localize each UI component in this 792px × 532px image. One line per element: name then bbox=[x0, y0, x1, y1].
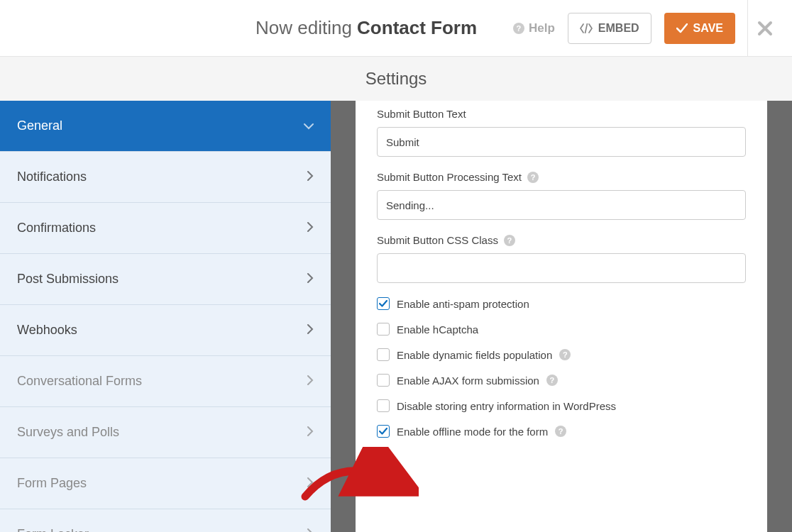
chevron-right-icon bbox=[307, 323, 314, 338]
embed-button[interactable]: EMBED bbox=[568, 13, 651, 44]
help-icon: ? bbox=[513, 23, 524, 34]
help-icon[interactable]: ? bbox=[527, 172, 539, 183]
field-processing-text: Submit Button Processing Text ? bbox=[377, 171, 746, 220]
css-class-label: Submit Button CSS Class ? bbox=[377, 234, 746, 246]
checkbox[interactable] bbox=[377, 425, 390, 438]
checkbox-label: Enable offline mode for the form bbox=[397, 426, 548, 438]
sidebar-item-label: Confirmations bbox=[17, 221, 96, 235]
checkbox-label: Enable AJAX form submission bbox=[397, 375, 539, 387]
sidebar-item-general[interactable]: General bbox=[0, 101, 331, 152]
sidebar-item-label: Surveys and Polls bbox=[17, 425, 119, 440]
settings-title: Settings bbox=[365, 69, 427, 89]
topbar: Now editing Contact Form ? Help EMBED SA… bbox=[0, 0, 792, 57]
field-submit-text: Submit Button Text bbox=[377, 108, 746, 157]
close-button[interactable] bbox=[747, 0, 781, 57]
submit-text-input[interactable] bbox=[377, 127, 746, 157]
close-icon bbox=[757, 21, 773, 36]
sidebar-item-confirmations[interactable]: Confirmations bbox=[0, 203, 331, 254]
sidebar-item-post-submissions[interactable]: Post Submissions bbox=[0, 254, 331, 305]
chevron-right-icon bbox=[307, 425, 314, 440]
sidebar-item-form-pages[interactable]: Form Pages bbox=[0, 458, 331, 509]
save-label: SAVE bbox=[693, 22, 723, 35]
chevron-right-icon bbox=[307, 221, 314, 235]
content-area: GeneralNotificationsConfirmationsPost Su… bbox=[0, 101, 792, 532]
form-name: Contact Form bbox=[357, 17, 477, 38]
save-button[interactable]: SAVE bbox=[664, 13, 735, 44]
sidebar-item-label: Conversational Forms bbox=[17, 374, 142, 389]
sidebar-item-label: Form Pages bbox=[17, 476, 87, 491]
sidebar-item-label: Post Submissions bbox=[17, 272, 119, 287]
editing-prefix: Now editing bbox=[255, 17, 352, 38]
sidebar-item-notifications[interactable]: Notifications bbox=[0, 152, 331, 203]
checkbox-row: Disable storing entry information in Wor… bbox=[377, 399, 746, 412]
checkbox-label: Enable hCaptcha bbox=[397, 323, 478, 336]
checkbox-label: Enable dynamic fields population bbox=[397, 349, 552, 361]
code-icon bbox=[580, 23, 593, 33]
checkbox[interactable] bbox=[377, 297, 390, 310]
checkmark-icon bbox=[379, 300, 387, 307]
checkbox-label: Disable storing entry information in Wor… bbox=[397, 400, 616, 412]
chevron-down-icon bbox=[304, 118, 314, 133]
checkbox-list: Enable anti-spam protectionEnable hCaptc… bbox=[377, 297, 746, 438]
checkbox-row: Enable dynamic fields population? bbox=[377, 348, 746, 361]
help-icon[interactable]: ? bbox=[504, 235, 515, 246]
chevron-right-icon bbox=[307, 170, 314, 184]
embed-label: EMBED bbox=[598, 22, 639, 35]
sidebar-item-webhooks[interactable]: Webhooks bbox=[0, 305, 331, 356]
help-icon[interactable]: ? bbox=[559, 349, 571, 360]
css-class-label-text: Submit Button CSS Class bbox=[377, 234, 498, 246]
form-card: Submit Button Text Submit Button Process… bbox=[356, 101, 767, 532]
sidebar-item-label: General bbox=[17, 118, 62, 133]
chevron-right-icon bbox=[307, 272, 314, 287]
checkbox[interactable] bbox=[377, 399, 390, 412]
checkmark-icon bbox=[676, 23, 688, 33]
topbar-content: Now editing Contact Form ? Help EMBED SA… bbox=[14, 13, 778, 44]
sidebar[interactable]: GeneralNotificationsConfirmationsPost Su… bbox=[0, 101, 331, 532]
checkbox[interactable] bbox=[377, 374, 390, 387]
settings-header: Settings bbox=[0, 57, 792, 101]
processing-text-label-text: Submit Button Processing Text bbox=[377, 171, 522, 183]
help-link[interactable]: ? Help bbox=[513, 21, 555, 35]
sidebar-item-surveys-and-polls[interactable]: Surveys and Polls bbox=[0, 407, 331, 458]
checkbox[interactable] bbox=[377, 348, 390, 361]
sidebar-item-form-locker[interactable]: Form Locker bbox=[0, 509, 331, 532]
css-class-input[interactable] bbox=[377, 253, 746, 283]
editing-label: Now editing Contact Form bbox=[14, 17, 477, 39]
checkbox[interactable] bbox=[377, 323, 390, 336]
checkbox-row: Enable hCaptcha bbox=[377, 323, 746, 336]
main-panel: Submit Button Text Submit Button Process… bbox=[331, 101, 792, 532]
sidebar-item-label: Notifications bbox=[17, 170, 87, 184]
help-icon[interactable]: ? bbox=[555, 426, 566, 437]
processing-text-input[interactable] bbox=[377, 190, 746, 220]
sidebar-item-label: Webhooks bbox=[17, 323, 77, 338]
chevron-right-icon bbox=[307, 374, 314, 389]
checkmark-icon bbox=[379, 428, 387, 435]
help-label: Help bbox=[529, 21, 555, 35]
chevron-right-icon bbox=[307, 476, 314, 491]
chevron-right-icon bbox=[307, 527, 314, 532]
field-css-class: Submit Button CSS Class ? bbox=[377, 234, 746, 283]
sidebar-item-conversational-forms[interactable]: Conversational Forms bbox=[0, 356, 331, 407]
help-icon[interactable]: ? bbox=[546, 375, 558, 386]
checkbox-label: Enable anti-spam protection bbox=[397, 298, 529, 310]
submit-text-label: Submit Button Text bbox=[377, 108, 746, 120]
checkbox-row: Enable anti-spam protection bbox=[377, 297, 746, 310]
checkbox-row: Enable AJAX form submission? bbox=[377, 374, 746, 387]
checkbox-row: Enable offline mode for the form? bbox=[377, 425, 746, 438]
processing-text-label: Submit Button Processing Text ? bbox=[377, 171, 746, 183]
sidebar-item-label: Form Locker bbox=[17, 527, 89, 532]
